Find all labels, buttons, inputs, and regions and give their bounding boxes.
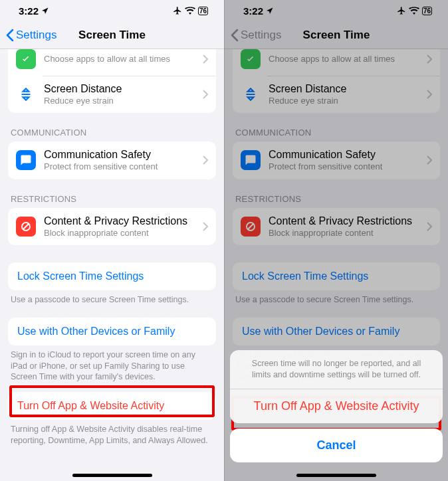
back-label: Settings (241, 29, 281, 42)
card-communication: Communication Safety Protect from sensit… (8, 142, 216, 179)
chevron-right-icon (203, 155, 208, 165)
battery-icon: 76 (422, 7, 432, 15)
check-shield-icon (241, 49, 261, 69)
row-content-restrictions[interactable]: Content & Privacy Restrictions Block ina… (8, 208, 216, 245)
row-always-allowed[interactable]: Choose apps to allow at all times (8, 49, 216, 76)
row-sub: Choose apps to allow at all times (269, 54, 427, 64)
chevron-left-icon (230, 29, 239, 42)
row-screen-distance[interactable]: Screen Distance Reduce eye strain (8, 76, 216, 113)
action-sheet: Screen time will no longer be reported, … (225, 350, 448, 481)
chevron-right-icon (203, 90, 208, 99)
battery-icon: 76 (198, 7, 208, 15)
distance-icon (241, 84, 261, 104)
row-screen-distance: Screen Distance Reduce eye strain (233, 76, 440, 113)
back-button[interactable]: Settings (0, 29, 56, 42)
wifi-icon (409, 7, 419, 15)
page-title: Screen Time (78, 29, 146, 42)
chevron-right-icon (427, 222, 432, 231)
chevron-right-icon (427, 90, 432, 99)
chevron-right-icon (427, 155, 432, 165)
row-always-allowed: Choose apps to allow at all times (233, 49, 440, 76)
lock-settings-button: Lock Screen Time Settings (233, 262, 440, 290)
row-sub: Reduce eye strain (269, 96, 427, 106)
airplane-icon (173, 6, 182, 15)
card-restrictions: Content & Privacy Restrictions Block ina… (233, 208, 440, 245)
status-time: 3:22 (19, 5, 39, 17)
use-other-devices-button[interactable]: Use with Other Devices or Family (8, 318, 216, 345)
row-title: Content & Privacy Restrictions (269, 215, 427, 228)
row-title: Screen Distance (269, 82, 427, 96)
location-icon (266, 7, 274, 15)
section-header-communication: COMMUNICATION (0, 113, 224, 142)
status-bar: 3:22 76 (0, 0, 224, 21)
row-sub: Block inappropriate content (269, 228, 427, 239)
chevron-right-icon (203, 222, 208, 231)
status-time: 3:22 (243, 5, 263, 17)
row-sub: Choose apps to allow at all times (44, 54, 203, 64)
sheet-turnoff-button[interactable]: Turn Off App & Website Activity (230, 389, 443, 423)
turnoff-footer: Turning off App & Website Activity disab… (0, 420, 224, 446)
svg-line-1 (23, 223, 29, 229)
row-communication-safety[interactable]: Communication Safety Protect from sensit… (8, 142, 216, 179)
lock-footer: Use a passcode to secure Screen Time set… (0, 290, 224, 306)
airplane-icon (397, 6, 406, 15)
row-sub: Protect from sensitive content (44, 161, 203, 172)
row-sub: Block inappropriate content (44, 228, 203, 239)
row-content-restrictions: Content & Privacy Restrictions Block ina… (233, 208, 440, 245)
lock-footer: Use a passcode to secure Screen Time set… (225, 290, 448, 306)
use-other-devices-button: Use with Other Devices or Family (233, 318, 440, 345)
status-bar: 3:22 76 (225, 0, 448, 21)
distance-icon (16, 84, 36, 104)
row-sub: Reduce eye strain (44, 96, 203, 106)
section-header-restrictions: RESTRICTIONS (0, 179, 224, 208)
turn-off-activity-button[interactable]: Turn Off App & Website Activity (8, 392, 216, 420)
row-sub: Protect from sensitive content (269, 161, 427, 172)
nav-bar: Settings Screen Time (0, 21, 224, 49)
row-title: Content & Privacy Restrictions (44, 215, 203, 228)
home-indicator[interactable] (72, 474, 152, 477)
nosign-icon (16, 217, 36, 237)
screen-right: 3:22 76 Settings Screen Time Choose apps… (224, 0, 448, 481)
wifi-icon (185, 7, 195, 15)
card-limits: Choose apps to allow at all times Screen… (8, 49, 216, 113)
bubble-icon (16, 150, 36, 170)
nosign-icon (241, 217, 261, 237)
sheet-message: Screen time will no longer be reported, … (230, 350, 443, 389)
nav-bar: Settings Screen Time (225, 21, 448, 49)
home-indicator[interactable] (296, 474, 376, 477)
chevron-left-icon (5, 29, 15, 42)
svg-line-3 (248, 223, 254, 229)
screen-left: 3:22 76 Settings Screen Time Choose apps… (0, 0, 224, 481)
check-shield-icon (16, 49, 36, 69)
bubble-icon (241, 150, 261, 170)
sheet-cancel-button[interactable]: Cancel (230, 429, 443, 462)
card-limits: Choose apps to allow at all times Screen… (233, 49, 440, 113)
card-communication: Communication Safety Protect from sensit… (233, 142, 440, 179)
section-header-communication: COMMUNICATION (225, 113, 448, 142)
family-footer: Sign in to iCloud to report your screen … (0, 345, 224, 383)
back-button: Settings (225, 29, 281, 42)
page-title: Screen Time (303, 29, 370, 42)
location-icon (41, 7, 49, 15)
chevron-right-icon (203, 54, 208, 64)
section-header-restrictions: RESTRICTIONS (225, 179, 448, 208)
row-title: Communication Safety (269, 148, 427, 161)
card-restrictions: Content & Privacy Restrictions Block ina… (8, 208, 216, 245)
lock-settings-button[interactable]: Lock Screen Time Settings (8, 262, 216, 290)
row-title: Communication Safety (44, 148, 203, 161)
row-communication-safety: Communication Safety Protect from sensit… (233, 142, 440, 179)
chevron-right-icon (427, 54, 432, 64)
back-label: Settings (16, 29, 56, 42)
row-title: Screen Distance (44, 82, 203, 96)
